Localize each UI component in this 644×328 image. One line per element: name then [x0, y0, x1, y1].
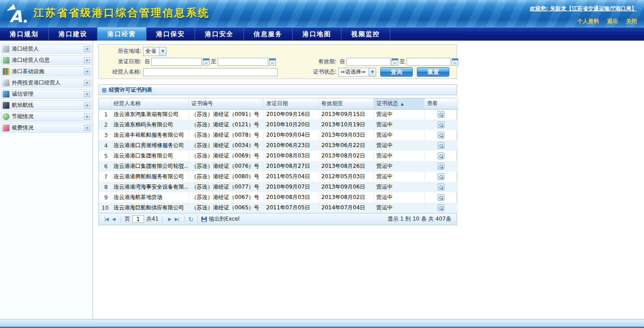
expand-plus-icon[interactable]: +	[84, 46, 90, 52]
expand-plus-icon[interactable]: +	[84, 69, 90, 74]
view-detail-icon[interactable]	[438, 173, 444, 180]
sidebar-item-2[interactable]: 港口基础设施+	[1, 66, 92, 76]
table-row[interactable]: 4连云港港口房屋维修服务公司（苏连）港经证（0034）号2010年06月23日2…	[99, 140, 457, 151]
nav-tab-5[interactable]: 信息服务	[244, 28, 293, 41]
expand-plus-icon[interactable]: +	[84, 125, 90, 131]
column-header-2[interactable]: 发证日期	[263, 98, 318, 109]
region-select[interactable]: 全省 ▼	[143, 47, 167, 56]
sidebar-item-0[interactable]: 港口经营人+	[1, 44, 92, 54]
issue-date-from-input[interactable]	[151, 58, 202, 66]
nav-tab-4[interactable]: 港口安全	[195, 28, 244, 41]
column-header-label: 发证日期	[266, 100, 288, 106]
profile-link[interactable]: 个人资料	[577, 18, 599, 24]
sort-asc-icon: ▲	[401, 102, 404, 106]
sidebar-item-7[interactable]: 规费情况+	[1, 123, 92, 133]
status-cell: 营运中	[373, 109, 424, 120]
calendar-icon[interactable]	[269, 58, 276, 65]
column-header-0[interactable]: 经营人名称	[111, 98, 188, 109]
table-row[interactable]: 9连云港海航基地货场（苏连）港经证（0067）号2010年08月03日2013年…	[99, 192, 457, 203]
expand-plus-icon[interactable]: +	[84, 91, 90, 97]
issue-date-cell: 2011年05月04日	[263, 171, 318, 182]
nav-tab-7[interactable]: 视频监控	[341, 28, 390, 41]
status-label: 证书状态:	[303, 68, 338, 76]
table-row[interactable]: 10连云港海巨船舶供应有限公司（苏连）港经证（0065）号2011年07月05日…	[99, 203, 457, 213]
expand-plus-icon[interactable]: +	[84, 102, 90, 108]
export-excel-button[interactable]: 输出到Excel	[201, 215, 240, 223]
valid-until-cell: 2013年08月02日	[318, 151, 373, 161]
reset-button[interactable]: 重置	[417, 67, 449, 77]
table-row[interactable]: 1连云港东鸿集装箱有限公司（苏连）港经证（0091）号2010年09月16日20…	[99, 109, 457, 120]
sidebar-item-4[interactable]: 诚信管理+	[1, 89, 92, 99]
cert-number-cell: （苏连）港经证（0076）号	[188, 161, 263, 171]
column-header-3[interactable]: 有效期至	[318, 98, 373, 109]
query-button[interactable]: 查询	[380, 67, 413, 77]
sidebar-item-3[interactable]: 外商投资港口经营人+	[1, 78, 92, 88]
form-icon	[3, 46, 9, 52]
table-row[interactable]: 8连云港港湾海事安全设备有限...（苏连）港经证（0077）号2010年09月0…	[99, 182, 457, 192]
sidebar-item-label: 外商投资港口经营人	[12, 79, 84, 87]
next-page-button[interactable]: ▶	[168, 217, 171, 222]
valid-to-input[interactable]	[406, 58, 451, 66]
calendar-icon[interactable]	[392, 58, 398, 65]
view-detail-icon[interactable]	[438, 184, 444, 190]
nav-tab-1[interactable]: 港口建设	[49, 28, 98, 41]
logout-link[interactable]: 退出	[607, 18, 618, 24]
sidebar-item-1[interactable]: 港口经营人信息+	[1, 55, 92, 65]
expand-plus-icon[interactable]: +	[84, 114, 90, 120]
expand-plus-icon[interactable]: +	[84, 57, 90, 63]
divider	[121, 216, 121, 223]
cert-number-cell: （苏连）港经证（0034）号	[188, 140, 263, 151]
calendar-icon[interactable]	[203, 58, 210, 65]
prev-page-button[interactable]: ◀	[112, 217, 115, 222]
issue-date-to-input[interactable]	[218, 58, 268, 66]
cert-number-cell: （苏连）港经证（0080）号	[188, 171, 263, 182]
row-number-cell: 6	[99, 161, 111, 171]
table-row[interactable]: 7连云港港腾船舶服务有限公司（苏连）港经证（0080）号2011年05月04日2…	[99, 171, 457, 182]
view-detail-icon[interactable]	[438, 163, 444, 170]
from-label: 自	[145, 58, 150, 65]
sidebar-item-5[interactable]: 航班航线+	[1, 100, 92, 110]
close-link[interactable]: 关闭	[626, 18, 637, 24]
view-detail-icon[interactable]	[438, 132, 444, 139]
view-detail-icon[interactable]	[438, 121, 444, 128]
column-header-1[interactable]: 证书编号	[188, 98, 263, 109]
issue-date-label: 发证日期:	[102, 58, 143, 65]
first-page-button[interactable]: |◀	[104, 217, 108, 222]
page-number-input[interactable]	[132, 215, 144, 223]
column-header-4[interactable]: 证书状态▲	[373, 98, 424, 109]
nav-tab-2[interactable]: 港口经营	[98, 28, 146, 41]
table-row[interactable]: 6连云港港口集团有限公司轮驳...（苏连）港经证（0076）号2010年08月2…	[99, 161, 457, 171]
column-header-5[interactable]: 查看	[424, 98, 457, 109]
cert-number-cell: （苏连）港经证（0067）号	[188, 192, 263, 203]
nav-tab-3[interactable]: 港口保安	[146, 28, 195, 41]
table-row[interactable]: 3连云港丰裕船舶服务有限公司（苏连）港经证（0078）号2010年09月04日2…	[99, 130, 457, 140]
main-nav-tabs: 港口规划港口建设港口经营港口保安港口安全信息服务港口地图视频监控	[0, 27, 644, 41]
nav-tab-0[interactable]: 港口规划	[0, 28, 49, 41]
status-cell: 营运中	[373, 203, 424, 213]
view-detail-icon[interactable]	[438, 152, 444, 159]
table-head: 经营人名称证书编号发证日期有效期至证书状态▲查看	[99, 98, 457, 109]
view-detail-icon[interactable]	[438, 142, 444, 149]
view-detail-icon[interactable]	[438, 111, 444, 118]
table-row[interactable]: 2连云港东粮码头有限公司（苏连）港经证（0121）号2010年10月20日201…	[99, 120, 457, 130]
route-icon	[3, 102, 9, 109]
status-cell: 营运中	[373, 140, 424, 151]
operator-name-input[interactable]	[143, 68, 278, 76]
table-row[interactable]: 5连云港港口集团有限公司（苏连）港经证（0069）号2010年08月03日201…	[99, 151, 457, 161]
last-page-button[interactable]: ▶|	[175, 217, 179, 222]
nav-tab-label: 信息服务	[254, 30, 283, 37]
export-excel-label: 输出到Excel	[209, 215, 240, 223]
region-label: 所在地域:	[102, 47, 143, 55]
sidebar-item-6[interactable]: 节能情况+	[1, 111, 92, 121]
refresh-icon[interactable]: ↻	[188, 216, 194, 222]
operator-name-cell: 连云港港湾海事安全设备有限...	[111, 182, 188, 192]
view-detail-icon[interactable]	[438, 194, 444, 201]
nav-tab-label: 港口建设	[59, 30, 88, 37]
valid-from-input[interactable]	[346, 58, 391, 66]
status-select[interactable]: =请选择= ▼	[338, 68, 376, 77]
calendar-icon[interactable]	[452, 58, 458, 65]
expand-plus-icon[interactable]: +	[84, 80, 90, 86]
view-detail-icon[interactable]	[438, 204, 444, 211]
chevron-down-icon: ▼	[159, 47, 166, 55]
nav-tab-6[interactable]: 港口地图	[293, 28, 341, 41]
